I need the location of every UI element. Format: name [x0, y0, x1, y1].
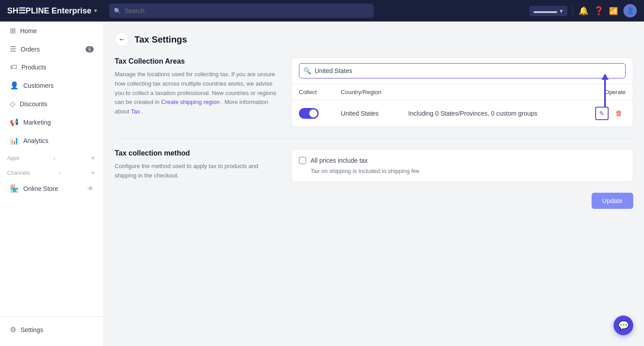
dropdown-icon: ▾	[560, 8, 563, 14]
sidebar-item-home[interactable]: ⊞ Home	[3, 22, 101, 39]
col-country: Country/Region	[334, 84, 402, 100]
logo[interactable]: SH☰PLINE Enterprise ▾	[7, 6, 97, 16]
store-selector[interactable]: ▬▬▬▬ ▾	[529, 6, 567, 16]
channels-section: Channels › ＋	[0, 164, 104, 179]
channels-arrow: ›	[59, 170, 61, 176]
top-navigation: SH☰PLINE Enterprise ▾ 🔍 ▬▬▬▬ ▾ 🔔 ❓ 📶 👤	[0, 0, 644, 22]
online-store-icon: 🏪	[10, 184, 19, 193]
arrow-line	[604, 80, 606, 107]
collect-toggle[interactable]	[299, 108, 319, 119]
avatar-icon: 👤	[627, 7, 634, 14]
country-search-box: 🔍	[292, 58, 633, 84]
orders-badge: 6	[86, 46, 94, 52]
back-arrow-icon: ←	[118, 35, 125, 43]
nav-divider	[573, 5, 573, 16]
country-search-input[interactable]	[299, 63, 626, 78]
apps-arrow: ›	[53, 155, 55, 161]
orders-icon: ☰	[10, 45, 16, 53]
col-description	[401, 84, 578, 100]
shipping-tax-description: Tax on shipping is included in shipping …	[299, 168, 626, 174]
add-app-icon[interactable]: ＋	[89, 153, 96, 163]
tax-link[interactable]: Tax	[131, 108, 140, 115]
country-cell: United States	[334, 100, 402, 127]
search-icon: 🔍	[114, 8, 121, 14]
topnav-right-area: ▬▬▬▬ ▾ 🔔 ❓ 📶 👤	[529, 4, 637, 17]
tax-collection-title: Tax Collection Areas	[115, 57, 281, 65]
operate-icons: ✎ 🗑	[585, 107, 626, 120]
sidebar-item-customers[interactable]: 👤 Customers	[3, 77, 101, 94]
add-channel-icon[interactable]: ＋	[89, 168, 96, 177]
edit-icon: ✎	[599, 110, 605, 117]
tax-method-section: Tax collection method Configure the meth…	[115, 149, 633, 182]
notification-icon[interactable]: 🔔	[579, 6, 588, 16]
home-icon: ⊞	[10, 26, 16, 35]
sidebar-item-label: Discounts	[20, 100, 47, 108]
apps-label[interactable]: Apps	[7, 155, 19, 161]
tax-method-card-container: All prices include tax Tax on shipping i…	[291, 149, 633, 182]
description-cell: Including 0 States/Provinces, 0 custom g…	[401, 100, 578, 127]
sidebar-item-label: Analytics	[23, 137, 48, 144]
wifi-icon[interactable]: 📶	[609, 7, 618, 15]
page-title: Tax Settings	[134, 35, 187, 45]
tax-collection-table: Collect Country/Region Operate	[292, 84, 633, 127]
tax-collection-section: Tax Collection Areas Manage the location…	[115, 57, 633, 127]
sidebar-item-label: Products	[22, 64, 46, 71]
discounts-icon: ◇	[10, 99, 15, 108]
all-prices-checkbox[interactable]	[299, 157, 306, 164]
toggle-cell	[292, 100, 334, 127]
customers-icon: 👤	[10, 81, 19, 90]
country-search-icon: 🔍	[303, 67, 311, 74]
settings-icon: ⚙	[10, 325, 16, 334]
sidebar-item-online-store[interactable]: 🏪 Online Store 👁	[3, 180, 101, 197]
delete-button[interactable]: 🗑	[612, 107, 626, 120]
update-button[interactable]: Update	[592, 193, 633, 209]
main-content: ← Tax Settings Tax Collection Areas Mana…	[104, 22, 644, 346]
table-row: United States Including 0 States/Provinc…	[292, 100, 633, 127]
store-chevron-icon[interactable]: ▾	[94, 8, 97, 14]
update-row: Update	[115, 193, 633, 209]
sidebar-item-discounts[interactable]: ◇ Discounts	[3, 95, 101, 112]
sidebar-item-marketing[interactable]: 📢 Marketing	[3, 113, 101, 131]
sidebar-item-label: Marketing	[23, 119, 51, 126]
edit-button[interactable]: ✎	[595, 107, 609, 120]
analytics-icon: 📊	[10, 136, 19, 145]
channels-label[interactable]: Channels	[7, 170, 30, 176]
search-bar: 🔍	[109, 4, 374, 18]
online-store-eye-icon[interactable]: 👁	[87, 185, 94, 192]
page-header: ← Tax Settings	[115, 32, 633, 47]
avatar[interactable]: 👤	[623, 4, 637, 17]
sidebar-item-label: Settings	[21, 326, 43, 333]
sidebar-item-label: Customers	[23, 82, 54, 89]
store-selector-bars: ▬▬▬▬	[534, 8, 557, 14]
sidebar-item-label: Orders	[21, 46, 40, 53]
chat-bubble[interactable]: 💬	[614, 316, 633, 335]
all-prices-label: All prices include tax	[311, 157, 368, 164]
apps-section: Apps › ＋	[0, 150, 104, 164]
tax-collection-description: Manage the locations used for collecting…	[115, 70, 281, 117]
logo-text: SH☰PLINE Enterprise	[7, 6, 91, 16]
products-icon: 🏷	[10, 63, 17, 71]
chat-icon: 💬	[618, 320, 629, 331]
tax-method-card: All prices include tax Tax on shipping i…	[291, 149, 633, 182]
sidebar-item-analytics[interactable]: 📊 Analytics	[3, 132, 101, 149]
section-divider	[115, 138, 633, 138]
create-shipping-region-link[interactable]: Create shipping region	[161, 99, 220, 105]
sidebar-item-settings[interactable]: ⚙ Settings	[3, 321, 101, 338]
sidebar-item-products[interactable]: 🏷 Products	[3, 59, 101, 76]
sidebar-item-label: Home	[20, 27, 37, 35]
section-left-description: Tax Collection Areas Manage the location…	[115, 57, 281, 127]
marketing-icon: 📢	[10, 118, 19, 126]
tax-collection-card: 🔍 Collect Country/Region Operate	[291, 57, 633, 127]
sidebar-item-label: Online Store	[23, 185, 58, 192]
tax-method-title: Tax collection method	[115, 149, 281, 157]
arrow-annotation	[601, 74, 609, 107]
back-button[interactable]: ←	[115, 32, 129, 47]
tax-collection-table-card: 🔍 Collect Country/Region Operate	[291, 57, 633, 127]
sidebar-bottom: ⚙ Settings	[0, 316, 104, 339]
sidebar-item-orders[interactable]: ☰ Orders 6	[3, 40, 101, 58]
help-icon[interactable]: ❓	[594, 6, 604, 16]
tax-method-description: Configure the method used to apply tax t…	[115, 162, 281, 181]
search-input[interactable]	[109, 4, 374, 18]
arrow-head-icon	[601, 74, 609, 80]
main-layout: ⊞ Home ☰ Orders 6 🏷 Products 👤 Customers…	[0, 22, 644, 346]
